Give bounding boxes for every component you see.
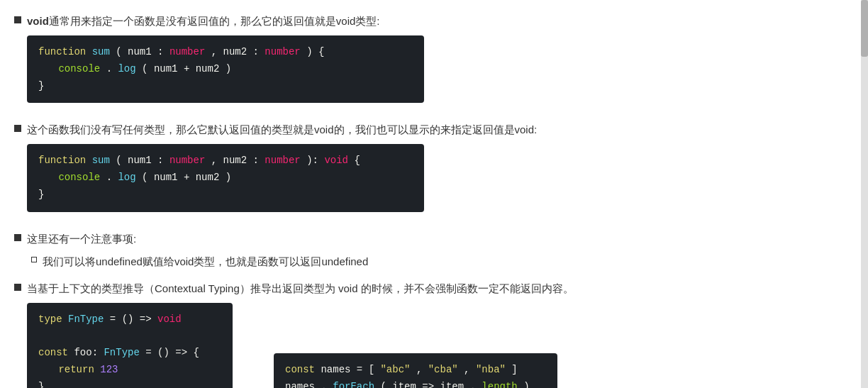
bottom-row: type FnType = () => void const foo: FnTy… (14, 303, 847, 388)
section-2: 这个函数我们没有写任何类型，那么它默认返回值的类型就是void的，我们也可以显示… (14, 121, 847, 220)
sub-item-text: 我们可以将undefined赋值给void类型，也就是函数可以返回undefin… (43, 253, 368, 270)
code-line: function sum ( num1 : number , num2 : nu… (38, 44, 413, 61)
code-line: function sum ( num1 : number , num2 : nu… (38, 153, 413, 170)
section-1-text: void通常用来指定一个函数是没有返回值的，那么它的返回值就是void类型: (27, 13, 380, 30)
section-4: 当基于上下文的类型推导（Contextual Typing）推导出返回类型为 v… (14, 280, 847, 388)
code-line: const names = [ "abc" , "cba" , "nba" ] (285, 362, 546, 379)
type: number (265, 46, 300, 57)
bullet-icon (14, 234, 21, 241)
code-line: } (38, 379, 221, 388)
console: console (58, 63, 100, 74)
code-line: type FnType = () => void (38, 311, 221, 328)
func-name: sum (92, 155, 110, 166)
func-name: sum (92, 46, 110, 57)
code-block-2: function sum ( num1 : number , num2 : nu… (27, 144, 424, 211)
param: num1 (128, 46, 152, 57)
code-line: names . forEach ( item => item . length … (285, 379, 546, 388)
keyword: function (38, 46, 86, 57)
param: num2 (223, 46, 247, 57)
code-line: return 123 (38, 362, 221, 379)
scrollbar-thumb[interactable] (861, 0, 868, 57)
section-3-title: 这里还有一个注意事项: (14, 231, 847, 248)
code-block-4: const names = [ "abc" , "cba" , "nba" ] … (274, 353, 557, 388)
keyword: function (38, 155, 86, 166)
code-line: const foo: FnType = () => { (38, 345, 221, 362)
bullet-icon (14, 125, 21, 132)
section-3: 这里还有一个注意事项: 我们可以将undefined赋值给void类型，也就是函… (14, 231, 847, 270)
scrollbar-track[interactable] (861, 0, 868, 388)
code-line (38, 328, 221, 345)
code-line: } (38, 78, 413, 95)
section-4-text: 当基于上下文的类型推导（Contextual Typing）推导出返回类型为 v… (27, 280, 574, 297)
section-2-title: 这个函数我们没有写任何类型，那么它默认返回值的类型就是void的，我们也可以显示… (14, 121, 847, 138)
section-2-text: 这个函数我们没有写任何类型，那么它默认返回值的类型就是void的，我们也可以显示… (27, 121, 537, 138)
bullet-icon (14, 16, 21, 23)
sub-bullet-icon (31, 257, 37, 262)
page-container: void通常用来指定一个函数是没有返回值的，那么它的返回值就是void类型: f… (14, 13, 847, 388)
code-line: console . log ( num1 + num2 ) (38, 170, 413, 187)
code-block-3: type FnType = () => void const foo: FnTy… (27, 303, 233, 388)
section-3-text: 这里还有一个注意事项: (27, 231, 136, 248)
log: log (118, 63, 135, 74)
code-line: console . log ( num1 + num2 ) (38, 61, 413, 78)
code-block-1: function sum ( num1 : number , num2 : nu… (27, 35, 424, 103)
sub-item-1: 我们可以将undefined赋值给void类型，也就是函数可以返回undefin… (31, 253, 847, 270)
section-1: void通常用来指定一个函数是没有返回值的，那么它的返回值就是void类型: f… (14, 13, 847, 111)
section-1-title: void通常用来指定一个函数是没有返回值的，那么它的返回值就是void类型: (14, 13, 847, 30)
section-4-title: 当基于上下文的类型推导（Contextual Typing）推导出返回类型为 v… (14, 280, 847, 297)
type: number (169, 46, 205, 57)
bullet-icon (14, 284, 21, 291)
code-line: } (38, 187, 413, 204)
